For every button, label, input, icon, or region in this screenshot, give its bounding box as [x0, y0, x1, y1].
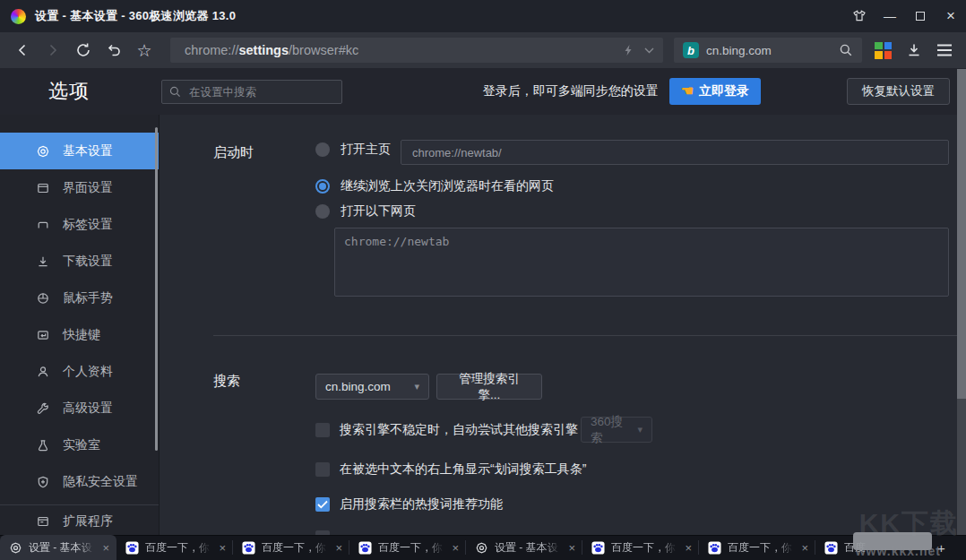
page-scrollbar-thumb[interactable]: [957, 69, 966, 399]
sidebar-item-mouse-gestures[interactable]: 鼠标手势: [0, 280, 159, 316]
search-magnifier-icon[interactable]: [839, 43, 853, 57]
window-icon: [36, 181, 50, 195]
tab-baidu[interactable]: 百度: [815, 535, 932, 560]
browser-logo-icon: [11, 9, 26, 24]
settings-sidebar: 基本设置 界面设置 标签设置 下载设置 鼠标手势 快捷键 个人资料 高级设置: [0, 115, 160, 535]
address-path: /browser#kc: [289, 43, 358, 57]
tab-baidu[interactable]: 百度一下，你 ×: [116, 535, 233, 560]
minimize-button[interactable]: —: [875, 0, 905, 32]
gear-icon: [36, 144, 50, 159]
sidebar-item-download-settings[interactable]: 下载设置: [0, 243, 159, 280]
tab-close-icon[interactable]: ×: [217, 541, 228, 555]
startup-pages-textarea[interactable]: chrome://newtab: [334, 228, 949, 297]
menu-hamburger-icon[interactable]: [936, 44, 953, 56]
favorite-star-icon[interactable]: ☆: [131, 37, 158, 64]
tab-close-icon[interactable]: ×: [566, 541, 577, 555]
tab-settings[interactable]: 设置 - 基本设 ×: [0, 535, 116, 560]
tab-baidu[interactable]: 百度一下，你 ×: [233, 535, 349, 560]
address-bar[interactable]: chrome://settings/browser#kc: [170, 38, 663, 63]
extension-icon: [36, 514, 50, 529]
section-divider: [213, 335, 957, 336]
tab-title: 设置 - 基本设: [495, 540, 560, 556]
page-title: 选项: [48, 78, 90, 105]
tab-close-icon[interactable]: ×: [683, 541, 694, 555]
address-dropdown-chevron-icon[interactable]: [644, 47, 654, 54]
sidebar-item-label: 扩展程序: [63, 513, 113, 530]
chevron-down-icon: ▾: [637, 424, 643, 435]
sidebar-item-interface-settings[interactable]: 界面设置: [0, 169, 159, 206]
checkbox-hot-search[interactable]: [315, 497, 330, 512]
tab-close-icon[interactable]: ×: [333, 541, 344, 555]
radio-open-pages[interactable]: [315, 204, 330, 219]
baidu-paw-icon: [708, 541, 721, 555]
checkbox-selection-toolbar[interactable]: [315, 462, 330, 477]
tab-baidu[interactable]: 百度一下，你 ×: [582, 535, 699, 560]
baidu-paw-icon: [242, 541, 255, 555]
tab-close-icon[interactable]: ×: [799, 541, 810, 555]
lightning-icon[interactable]: [623, 44, 634, 56]
app-grid-icon[interactable]: [875, 42, 892, 59]
baidu-paw-icon: [125, 541, 139, 555]
radio-label: 打开以下网页: [341, 203, 416, 220]
browser-toolbar: ☆ chrome://settings/browser#kc b cn.bing…: [0, 32, 966, 68]
close-button[interactable]: ×: [936, 0, 966, 32]
maximize-button[interactable]: [905, 0, 936, 32]
sidebar-item-labs[interactable]: 实验室: [0, 426, 159, 463]
downloads-icon[interactable]: [906, 42, 922, 58]
sidebar-item-label: 下载设置: [63, 254, 113, 270]
recently-closed-button[interactable]: [100, 37, 127, 64]
page-scrollbar-track[interactable]: [957, 69, 966, 535]
new-tab-button[interactable]: +: [937, 541, 945, 555]
sidebar-item-shortcuts[interactable]: 快捷键: [0, 316, 159, 353]
tab-title: 百度一下，你: [262, 540, 327, 556]
theme-skin-icon[interactable]: [844, 0, 875, 32]
manage-search-engines-button[interactable]: 管理搜索引擎...: [436, 374, 542, 400]
sidebar-item-profile[interactable]: 个人资料: [0, 353, 159, 390]
sidebar-divider: [0, 504, 159, 505]
sidebar-item-privacy-security[interactable]: 隐私安全设置: [0, 463, 159, 500]
tab-baidu[interactable]: 百度一下，你 ×: [349, 535, 466, 560]
sidebar-item-label: 个人资料: [63, 364, 113, 380]
settings-header: 选项 登录后，即可多端同步您的设置 ☚ 立即登录 恢复默认设置: [0, 68, 966, 115]
sidebar-item-label: 高级设置: [63, 401, 113, 417]
search-engine-dropdown[interactable]: cn.bing.com ▾: [315, 374, 429, 400]
address-scheme: chrome://: [185, 43, 238, 57]
tab-title: 设置 - 基本设: [29, 540, 94, 556]
pointing-hand-icon: ☚: [681, 84, 694, 99]
tab-settings[interactable]: 设置 - 基本设 ×: [466, 535, 582, 560]
radio-label: 继续浏览上次关闭浏览器时在看的网页: [341, 178, 554, 194]
baidu-paw-icon: [824, 541, 838, 555]
login-now-button[interactable]: ☚ 立即登录: [669, 78, 761, 105]
checkbox-row-hot-search: 启用搜索栏的热搜词推荐功能: [315, 496, 503, 513]
radio-open-homepage[interactable]: [315, 142, 330, 157]
back-button[interactable]: [9, 37, 36, 64]
flask-icon: [36, 438, 50, 452]
refresh-button[interactable]: [70, 37, 97, 64]
fallback-engine-dropdown: 360搜索 ▾: [581, 417, 652, 443]
radio-label: 打开主页: [341, 142, 391, 158]
tab-close-icon[interactable]: ×: [100, 541, 111, 555]
sidebar-scrollbar-thumb[interactable]: [155, 127, 158, 451]
forward-button[interactable]: [39, 37, 66, 64]
checkbox-fallback-engine[interactable]: [315, 423, 330, 437]
search-engine-text: cn.bing.com: [706, 44, 772, 57]
tab-baidu[interactable]: 百度一下，你 ×: [699, 535, 815, 560]
tab-title: 百度一下，你: [611, 540, 677, 556]
tab-title: 百度一下，你: [728, 540, 793, 556]
sidebar-item-tab-settings[interactable]: 标签设置: [0, 206, 159, 243]
checkbox-row-selection-toolbar: 在被选中文本的右上角显示“划词搜索工具条”: [315, 461, 586, 478]
tab-close-icon[interactable]: ×: [450, 541, 461, 555]
settings-gear-icon: [9, 541, 22, 555]
shield-plus-icon: [36, 475, 50, 489]
sidebar-item-basic-settings[interactable]: 基本设置: [0, 133, 159, 169]
restore-defaults-button[interactable]: 恢复默认设置: [847, 78, 950, 105]
toolbar-search-box[interactable]: b cn.bing.com: [674, 38, 862, 63]
radio-continue-browsing[interactable]: [315, 179, 330, 194]
sidebar-item-extensions[interactable]: 扩展程序: [0, 507, 159, 535]
tab-title: 百度一下，你: [145, 540, 211, 556]
chevron-down-icon: ▾: [414, 381, 419, 392]
homepage-url-input[interactable]: [401, 140, 949, 165]
settings-search-input[interactable]: [161, 80, 342, 104]
sidebar-item-advanced-settings[interactable]: 高级设置: [0, 390, 159, 426]
fallback-engine-selected: 360搜索: [591, 414, 630, 446]
